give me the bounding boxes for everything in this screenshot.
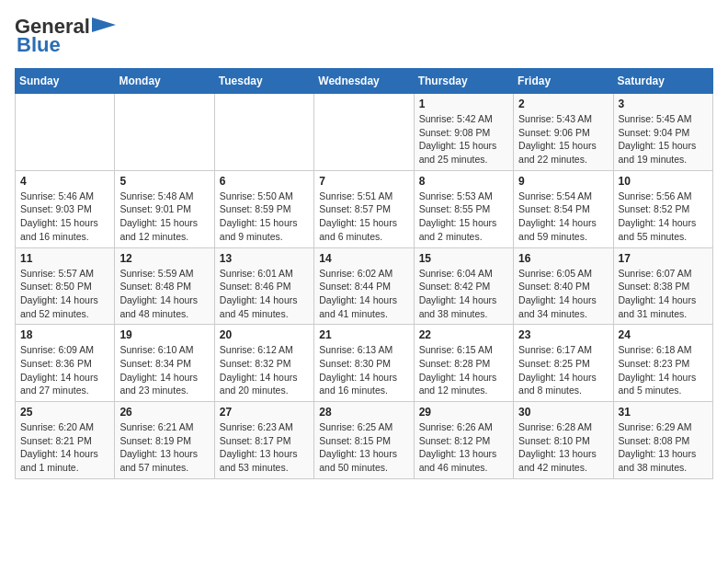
calendar-cell: 14Sunrise: 6:02 AMSunset: 8:44 PMDayligh…: [314, 247, 414, 325]
day-number: 6: [220, 175, 309, 188]
day-number: 20: [220, 328, 309, 341]
calendar-cell: [314, 94, 414, 171]
calendar-week-row: 18Sunrise: 6:09 AMSunset: 8:36 PMDayligh…: [16, 325, 713, 402]
calendar-cell: 15Sunrise: 6:04 AMSunset: 8:42 PMDayligh…: [414, 247, 513, 325]
calendar-week-row: 11Sunrise: 5:57 AMSunset: 8:50 PMDayligh…: [16, 247, 713, 325]
day-info: Sunrise: 5:54 AMSunset: 8:54 PMDaylight:…: [518, 190, 608, 244]
day-info: Sunrise: 6:25 AMSunset: 8:15 PMDaylight:…: [319, 420, 408, 475]
day-number: 19: [119, 328, 209, 341]
calendar-table: SundayMondayTuesdayWednesdayThursdayFrid…: [15, 68, 713, 479]
day-number: 7: [319, 175, 408, 188]
day-number: 22: [419, 328, 508, 341]
day-info: Sunrise: 5:45 AMSunset: 9:04 PMDaylight:…: [619, 112, 708, 167]
calendar-cell: 29Sunrise: 6:26 AMSunset: 8:12 PMDayligh…: [414, 402, 513, 479]
day-number: 4: [20, 175, 109, 188]
calendar-cell: [16, 94, 115, 171]
calendar-week-row: 1Sunrise: 5:42 AMSunset: 9:08 PMDaylight…: [16, 94, 713, 171]
day-info: Sunrise: 6:12 AMSunset: 8:32 PMDaylight:…: [220, 343, 309, 397]
calendar-cell: 6Sunrise: 5:50 AMSunset: 8:59 PMDaylight…: [214, 170, 313, 247]
day-info: Sunrise: 6:21 AMSunset: 8:19 PMDaylight:…: [119, 420, 209, 475]
day-number: 15: [419, 252, 508, 265]
day-number: 16: [518, 252, 608, 265]
day-number: 23: [518, 328, 608, 341]
calendar-cell: 19Sunrise: 6:10 AMSunset: 8:34 PMDayligh…: [115, 325, 214, 402]
day-info: Sunrise: 5:50 AMSunset: 8:59 PMDaylight:…: [220, 190, 309, 244]
calendar-cell: 20Sunrise: 6:12 AMSunset: 8:32 PMDayligh…: [214, 325, 313, 402]
day-info: Sunrise: 6:02 AMSunset: 8:44 PMDaylight:…: [319, 267, 408, 321]
day-info: Sunrise: 6:05 AMSunset: 8:40 PMDaylight:…: [518, 267, 608, 321]
calendar-cell: 27Sunrise: 6:23 AMSunset: 8:17 PMDayligh…: [214, 402, 313, 479]
day-info: Sunrise: 5:51 AMSunset: 8:57 PMDaylight:…: [319, 190, 408, 244]
weekday-header-cell: Sunday: [16, 69, 115, 94]
day-info: Sunrise: 6:01 AMSunset: 8:46 PMDaylight:…: [220, 267, 309, 321]
calendar-cell: 24Sunrise: 6:18 AMSunset: 8:23 PMDayligh…: [613, 325, 712, 402]
calendar-cell: [214, 94, 313, 171]
day-number: 9: [518, 175, 608, 188]
calendar-cell: 1Sunrise: 5:42 AMSunset: 9:08 PMDaylight…: [414, 94, 513, 171]
page-header: General Blue: [15, 15, 713, 57]
day-number: 1: [419, 98, 508, 110]
day-number: 26: [119, 406, 209, 419]
calendar-cell: 25Sunrise: 6:20 AMSunset: 8:21 PMDayligh…: [16, 402, 115, 479]
calendar-cell: 17Sunrise: 6:07 AMSunset: 8:38 PMDayligh…: [613, 247, 712, 325]
calendar-cell: 2Sunrise: 5:43 AMSunset: 9:06 PMDaylight…: [514, 94, 613, 171]
calendar-cell: 30Sunrise: 6:28 AMSunset: 8:10 PMDayligh…: [514, 402, 613, 479]
calendar-cell: 11Sunrise: 5:57 AMSunset: 8:50 PMDayligh…: [16, 247, 115, 325]
day-number: 13: [220, 252, 309, 265]
weekday-header-cell: Friday: [514, 69, 613, 94]
calendar-cell: 28Sunrise: 6:25 AMSunset: 8:15 PMDayligh…: [314, 402, 414, 479]
weekday-header-cell: Saturday: [613, 69, 712, 94]
calendar-week-row: 25Sunrise: 6:20 AMSunset: 8:21 PMDayligh…: [16, 402, 713, 479]
calendar-cell: 7Sunrise: 5:51 AMSunset: 8:57 PMDaylight…: [314, 170, 414, 247]
calendar-cell: 26Sunrise: 6:21 AMSunset: 8:19 PMDayligh…: [115, 402, 214, 479]
day-info: Sunrise: 6:13 AMSunset: 8:30 PMDaylight:…: [319, 343, 408, 397]
day-number: 14: [319, 252, 408, 265]
weekday-header-cell: Wednesday: [314, 69, 414, 94]
day-info: Sunrise: 6:17 AMSunset: 8:25 PMDaylight:…: [518, 343, 608, 397]
day-info: Sunrise: 5:56 AMSunset: 8:52 PMDaylight:…: [619, 190, 708, 244]
day-number: 29: [419, 406, 508, 419]
day-info: Sunrise: 6:23 AMSunset: 8:17 PMDaylight:…: [220, 420, 309, 475]
day-info: Sunrise: 6:26 AMSunset: 8:12 PMDaylight:…: [419, 420, 508, 475]
day-number: 31: [619, 406, 708, 419]
day-info: Sunrise: 6:28 AMSunset: 8:10 PMDaylight:…: [518, 420, 608, 475]
weekday-header-row: SundayMondayTuesdayWednesdayThursdayFrid…: [16, 69, 713, 94]
calendar-cell: 21Sunrise: 6:13 AMSunset: 8:30 PMDayligh…: [314, 325, 414, 402]
calendar-cell: 5Sunrise: 5:48 AMSunset: 9:01 PMDaylight…: [115, 170, 214, 247]
day-info: Sunrise: 5:57 AMSunset: 8:50 PMDaylight:…: [20, 267, 109, 321]
calendar-cell: 12Sunrise: 5:59 AMSunset: 8:48 PMDayligh…: [115, 247, 214, 325]
calendar-body: 1Sunrise: 5:42 AMSunset: 9:08 PMDaylight…: [16, 94, 713, 479]
day-info: Sunrise: 6:29 AMSunset: 8:08 PMDaylight:…: [619, 420, 708, 475]
weekday-header-cell: Thursday: [414, 69, 513, 94]
calendar-cell: 23Sunrise: 6:17 AMSunset: 8:25 PMDayligh…: [514, 325, 613, 402]
calendar-cell: 8Sunrise: 5:53 AMSunset: 8:55 PMDaylight…: [414, 170, 513, 247]
svg-marker-0: [92, 17, 116, 32]
calendar-cell: 3Sunrise: 5:45 AMSunset: 9:04 PMDaylight…: [613, 94, 712, 171]
day-number: 2: [518, 98, 608, 110]
day-info: Sunrise: 5:46 AMSunset: 9:03 PMDaylight:…: [20, 190, 109, 244]
day-number: 28: [319, 406, 408, 419]
day-number: 8: [419, 175, 508, 188]
logo: General Blue: [15, 15, 116, 57]
day-info: Sunrise: 5:59 AMSunset: 8:48 PMDaylight:…: [119, 267, 209, 321]
calendar-cell: [115, 94, 214, 171]
day-number: 5: [119, 175, 209, 188]
calendar-cell: 31Sunrise: 6:29 AMSunset: 8:08 PMDayligh…: [613, 402, 712, 479]
day-info: Sunrise: 5:53 AMSunset: 8:55 PMDaylight:…: [419, 190, 508, 244]
calendar-cell: 4Sunrise: 5:46 AMSunset: 9:03 PMDaylight…: [16, 170, 115, 247]
calendar-cell: 22Sunrise: 6:15 AMSunset: 8:28 PMDayligh…: [414, 325, 513, 402]
day-info: Sunrise: 6:09 AMSunset: 8:36 PMDaylight:…: [20, 343, 109, 397]
day-number: 18: [20, 328, 109, 341]
calendar-cell: 10Sunrise: 5:56 AMSunset: 8:52 PMDayligh…: [613, 170, 712, 247]
calendar-cell: 13Sunrise: 6:01 AMSunset: 8:46 PMDayligh…: [214, 247, 313, 325]
day-number: 10: [619, 175, 708, 188]
calendar-week-row: 4Sunrise: 5:46 AMSunset: 9:03 PMDaylight…: [16, 170, 713, 247]
weekday-header-cell: Monday: [115, 69, 214, 94]
calendar-cell: 18Sunrise: 6:09 AMSunset: 8:36 PMDayligh…: [16, 325, 115, 402]
weekday-header-cell: Tuesday: [214, 69, 313, 94]
day-number: 12: [119, 252, 209, 265]
day-info: Sunrise: 5:48 AMSunset: 9:01 PMDaylight:…: [119, 190, 209, 244]
day-info: Sunrise: 6:07 AMSunset: 8:38 PMDaylight:…: [619, 267, 708, 321]
calendar-cell: 16Sunrise: 6:05 AMSunset: 8:40 PMDayligh…: [514, 247, 613, 325]
day-info: Sunrise: 6:20 AMSunset: 8:21 PMDaylight:…: [20, 420, 109, 475]
